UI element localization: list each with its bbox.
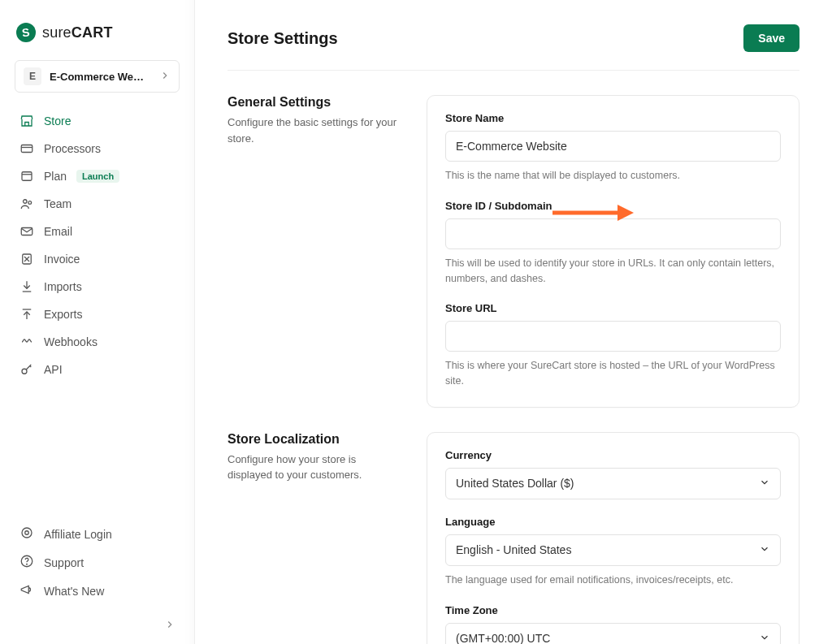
store-url-label: Store URL [445, 302, 781, 314]
plan-icon [20, 169, 34, 184]
section-title: General Settings [228, 95, 402, 110]
help-icon [20, 554, 34, 571]
nav-label: Store [44, 115, 71, 128]
language-label: Language [445, 516, 781, 528]
store-url-input[interactable] [445, 321, 781, 352]
nav-label: Imports [44, 280, 82, 293]
currency-label: Currency [445, 449, 781, 461]
chevron-down-icon [759, 632, 770, 645]
timezone-label: Time Zone [445, 604, 781, 616]
nav-label: Webhooks [44, 335, 98, 348]
page-header: Store Settings Save [228, 24, 800, 71]
megaphone-icon [20, 582, 34, 599]
svg-point-4 [24, 200, 28, 204]
brand-text: sureCART [42, 24, 113, 41]
select-value: English - United States [456, 543, 571, 556]
brand-logo: S sureCART [0, 23, 194, 60]
store-url-help: This is where your SureCart store is hos… [445, 358, 781, 389]
nav-label: Plan [44, 170, 67, 183]
svg-point-12 [25, 531, 29, 535]
timezone-select[interactable]: (GMT+00:00) UTC [445, 623, 781, 645]
email-icon [20, 224, 34, 239]
key-icon [20, 362, 34, 377]
store-id-label: Store ID / Subdomain [445, 200, 781, 212]
nav-api[interactable]: API [8, 356, 186, 383]
section-description: Configure the basic settings for your st… [228, 115, 402, 146]
nav-support[interactable]: Support [8, 548, 186, 577]
section-title: Store Localization [228, 432, 402, 447]
store-name-help: This is the name that will be displayed … [445, 168, 781, 184]
nav-email[interactable]: Email [8, 218, 186, 245]
svg-rect-2 [22, 172, 32, 181]
localization-card: Currency United States Dollar ($) Langua… [427, 432, 800, 644]
nav-team[interactable]: Team [8, 190, 186, 218]
brand-mark-icon: S [16, 23, 36, 42]
nav-label: Support [44, 556, 84, 569]
general-card: Store Name This is the name that will be… [427, 95, 800, 408]
language-select[interactable]: English - United States [445, 534, 781, 566]
select-value: (GMT+00:00) UTC [456, 632, 550, 644]
svg-point-10 [22, 369, 27, 374]
nav-store[interactable]: Store [8, 107, 186, 135]
nav-label: Email [44, 225, 72, 238]
store-id-input[interactable] [445, 218, 781, 249]
svg-point-5 [28, 201, 32, 205]
nav-label: Exports [44, 308, 82, 321]
import-icon [20, 279, 34, 294]
plan-badge: Launch [76, 170, 119, 183]
store-icon [20, 114, 34, 128]
section-description: Configure how your store is displayed to… [228, 452, 402, 483]
currency-select[interactable]: United States Dollar ($) [445, 468, 781, 499]
store-name-label: Store Name [445, 112, 781, 124]
nav-whats-new[interactable]: What's New [8, 577, 186, 605]
nav-invoice[interactable]: Invoice [8, 245, 186, 273]
svg-point-14 [27, 564, 28, 564]
nav-plan[interactable]: Plan Launch [8, 162, 186, 190]
section-general: General Settings Configure the basic set… [228, 71, 800, 408]
export-icon [20, 307, 34, 322]
nav-imports[interactable]: Imports [8, 273, 186, 300]
section-localization: Store Localization Configure how your st… [228, 408, 800, 644]
sidebar: S sureCART E E-Commerce We… Store Proces… [0, 0, 195, 644]
nav-affiliate-login[interactable]: Affiliate Login [8, 520, 186, 548]
nav-processors[interactable]: Processors [8, 135, 186, 162]
invoice-icon [20, 252, 34, 266]
page-title: Store Settings [228, 29, 338, 48]
collapse-sidebar-button[interactable] [160, 615, 180, 634]
nav-label: Team [44, 197, 72, 210]
save-button[interactable]: Save [743, 24, 800, 52]
affiliate-icon [20, 525, 34, 542]
svg-point-11 [22, 528, 32, 538]
nav-webhooks[interactable]: Webhooks [8, 328, 186, 356]
nav-label: Affiliate Login [44, 528, 112, 541]
store-id-help: This will be used to identify your store… [445, 256, 781, 287]
site-name: E-Commerce We… [50, 71, 151, 83]
language-help: The language used for email notification… [445, 573, 781, 588]
site-switcher[interactable]: E E-Commerce We… [15, 60, 180, 93]
nav-label: Processors [44, 142, 101, 155]
svg-rect-0 [21, 145, 32, 153]
site-avatar: E [24, 67, 41, 85]
team-icon [20, 197, 34, 211]
card-icon [20, 141, 34, 156]
store-name-input[interactable] [445, 131, 781, 162]
main-content: Store Settings Save General Settings Con… [195, 0, 832, 644]
main-nav: Store Processors Plan Launch Team Email [0, 107, 194, 383]
chevron-down-icon [759, 477, 770, 491]
nav-label: Invoice [44, 253, 80, 266]
footer-nav: Affiliate Login Support What's New [0, 520, 194, 610]
chevron-down-icon [759, 543, 770, 557]
nav-label: What's New [44, 585, 104, 598]
chevron-right-icon [159, 70, 171, 84]
webhook-icon [20, 335, 34, 349]
select-value: United States Dollar ($) [456, 477, 574, 490]
nav-exports[interactable]: Exports [8, 300, 186, 328]
nav-label: API [44, 363, 63, 376]
